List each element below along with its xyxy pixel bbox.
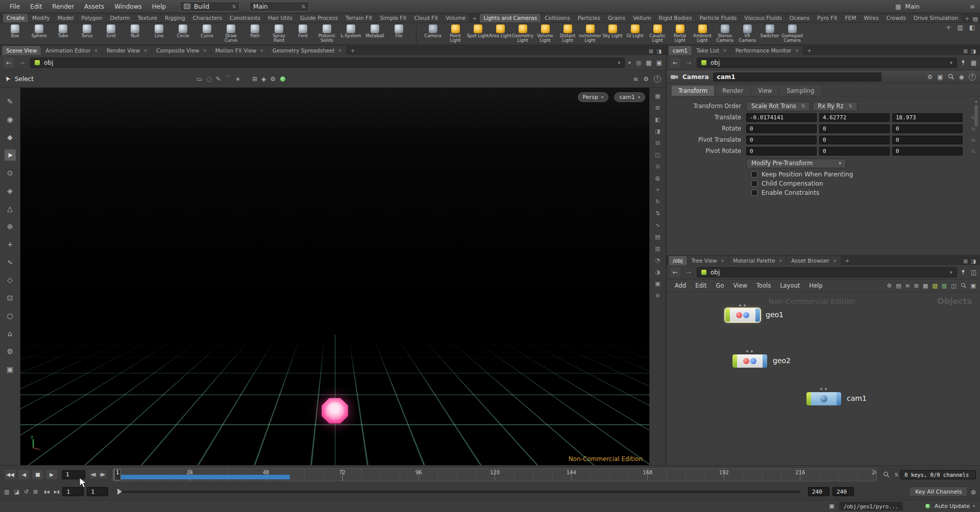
shelf-tool[interactable]: Area Light [489,24,511,45]
crosshair-icon[interactable]: ⌖ [628,59,631,66]
scoped-channels-icon[interactable]: ◍ [971,489,976,495]
shelf-dock-icon[interactable]: ▤ [972,16,977,22]
update-mode-select[interactable]: Auto Update ▾ [935,503,975,509]
shelf-tab[interactable]: Crowds [883,14,910,22]
network-menu-item[interactable]: View [729,280,751,291]
shelf-tab[interactable]: Constraints [226,14,264,22]
pane-split-icon[interactable]: ⊞ [963,48,967,54]
menu-item[interactable]: Edit [26,2,46,12]
back-button[interactable]: ← [4,58,14,68]
viewport-tool-icon[interactable]: ⊙ [5,167,16,178]
shelf-tool[interactable]: Circle [171,24,195,45]
viewport-tool-icon[interactable]: ◇ [5,274,16,286]
checkbox[interactable] [751,171,757,177]
pane-split-icon[interactable]: ⊞ [649,48,653,54]
pin-icon[interactable] [960,269,966,276]
selection-style-icon[interactable]: ✎ [216,75,221,83]
render-flag[interactable] [837,392,841,405]
shelf-tab[interactable]: Collisions [541,14,573,22]
snapping-icon[interactable]: ⊞ [252,75,257,83]
node-geo2[interactable]: geo2 [732,354,767,368]
shelf-tool[interactable]: Line [147,24,171,45]
shelf-tab[interactable]: Particles [574,14,604,22]
forward-button[interactable]: → [683,267,694,277]
pane-tab[interactable]: Geometry Spreadsheet × [268,46,346,55]
display-option-icon[interactable]: ◍ [653,174,663,182]
rotate-order-select[interactable]: Rx Ry Rz ⇅ [813,101,857,111]
viewport-tool-icon[interactable]: △ [5,203,16,214]
snapshot-icon[interactable]: ◎ [636,59,641,66]
houdini-handle-icon[interactable]: ▣ [937,73,943,81]
display-option-icon[interactable]: ↻ [653,197,663,206]
close-icon[interactable]: × [779,258,783,263]
add-tool-button[interactable]: + [946,24,951,31]
search-icon[interactable] [948,73,954,80]
select-arrow-icon[interactable]: ➤ [3,74,12,84]
frame-step-button[interactable]: ◀▮ [89,470,97,479]
display-option-icon[interactable]: ◔ [653,256,663,264]
shelf-tool[interactable]: Camera [422,24,444,45]
transport-button[interactable]: ◀◀ [4,469,16,480]
shelf-tab[interactable]: Grains [604,14,629,22]
snapping-icon[interactable]: ◈ [261,75,266,83]
param-value-x[interactable]: 0 [746,136,817,144]
view-menu-camera[interactable]: cam1 ▾ [614,92,645,102]
close-icon[interactable]: × [203,48,207,53]
display-option-icon[interactable]: ▤ [653,233,663,241]
pane-tab[interactable]: Composite View × [152,46,211,55]
pane-tab[interactable]: /obj × [669,256,687,265]
node-info-icon[interactable]: ◉ [959,73,964,81]
back-button[interactable]: ← [670,267,680,277]
param-value-z[interactable]: 0 [892,124,963,133]
param-value-y[interactable]: 4.62772 [819,113,890,122]
view-menu-persp[interactable]: Persp ▾ [578,92,608,102]
notes-icon[interactable]: ▧ [932,283,937,289]
chevron-down-icon[interactable]: ▾ [618,60,621,65]
thumbnails-icon[interactable]: ▦ [923,283,928,289]
param-value-z[interactable]: 18.973 [892,113,963,122]
pane-link-icon[interactable]: ◫ [971,269,976,276]
overview-icon[interactable]: ▣ [971,283,976,289]
network-menu-item[interactable]: Go [712,280,728,291]
back-button[interactable]: ← [670,58,680,68]
pane-tab[interactable]: Animation Editor × [41,46,102,55]
close-icon[interactable]: × [723,48,727,53]
scene-path-field[interactable]: obj ▾ [30,58,625,68]
layout-select[interactable]: Main ⇅ [249,2,309,12]
panel-icon[interactable]: ◫ [951,283,956,289]
menu-item[interactable]: Render [47,2,79,12]
param-value-y[interactable]: 0 [819,136,890,144]
viewport-tool-icon[interactable]: ∿ [5,257,16,268]
shelf-tab[interactable]: Oceans [786,14,813,22]
forward-button[interactable]: → [683,58,694,68]
display-flag[interactable] [725,309,730,322]
viewport-tool-icon[interactable]: ⌂ [5,328,16,339]
viewport-tool-icon[interactable]: ➤ [5,149,16,161]
close-icon[interactable]: × [94,48,98,53]
viewport-tool-icon[interactable]: ⊡ [5,292,16,303]
range-start-field2[interactable]: 1 [87,487,108,496]
selection-style-icon[interactable]: ◌ [206,75,211,83]
selection-style-icon[interactable]: ▭ [197,75,202,83]
shelf-tool[interactable]: Grid [99,24,123,45]
viewport-tool-icon[interactable]: ◆ [5,132,16,143]
gem-object[interactable] [321,397,349,424]
shelf-tool[interactable]: Spot Light [467,24,489,45]
param-value-x[interactable]: -0.0174141 [746,113,817,122]
close-icon[interactable]: × [338,48,342,53]
display-option-icon[interactable]: ⌖ [653,186,663,194]
pin-icon[interactable] [960,59,966,66]
shelf-tab[interactable]: Volume [442,14,469,22]
shelf-tool[interactable]: Draw Curve [219,24,243,45]
shelf-tab[interactable]: Texture [134,14,161,22]
shelf-tab[interactable]: Drive Simulation [910,14,962,22]
key-all-channels-button[interactable]: Key All Channels [909,487,968,497]
timeline[interactable]: 1 24487296120144168192216240 [113,468,877,481]
snapping-icon[interactable]: ⚙ [270,75,276,83]
menu-item[interactable]: Help [148,2,170,12]
param-value-z[interactable]: 0 [892,136,963,144]
display-option-icon[interactable]: ⇅ [653,209,663,217]
shelf-tool[interactable]: Curve [195,24,219,45]
status-dot-icon[interactable] [280,76,285,82]
shelf-tool[interactable]: Platonic Solids [315,24,339,45]
